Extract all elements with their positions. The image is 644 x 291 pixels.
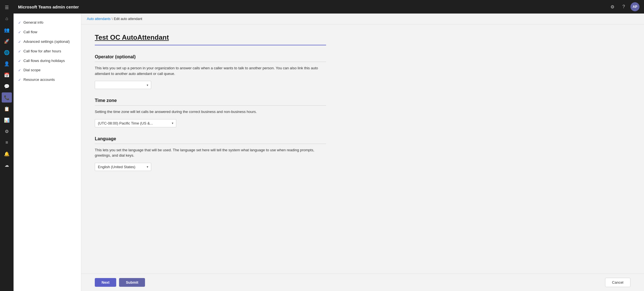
breadcrumb-separator: \ — [112, 17, 113, 21]
tasks-icon[interactable]: 📋 — [2, 104, 12, 114]
language-section: Language This lets you set the language … — [95, 136, 326, 171]
timezone-divider — [95, 105, 326, 106]
app-container: Microsoft Teams admin center ⚙ ? AP ✓ Ge… — [14, 0, 644, 291]
teams-icon[interactable]: 👥 — [2, 25, 12, 35]
header-icons: ⚙ ? AP — [608, 2, 639, 11]
timezone-section-desc: Setting the time zone will let calls be … — [95, 109, 326, 115]
dial-icon[interactable]: 📞 — [2, 92, 12, 103]
activity-icon[interactable]: 🚀 — [2, 36, 12, 46]
check-icon-dial-scope: ✓ — [18, 68, 21, 73]
sidebar-item-call-flow[interactable]: ✓ Call flow — [14, 28, 81, 37]
page-title-prefix: Test OC — [95, 34, 122, 41]
avatar[interactable]: AP — [630, 2, 639, 11]
sidebar-item-call-flows-holidays[interactable]: ✓ Call flows during holidays — [14, 56, 81, 66]
nav-steps: ✓ General info ✓ Call flow ✓ Advanced se… — [14, 14, 81, 89]
calendar-icon[interactable]: 📅 — [2, 70, 12, 80]
breadcrumb-current: Edit auto attendant — [114, 17, 142, 21]
settings-header-icon[interactable]: ⚙ — [608, 2, 617, 11]
check-icon-advanced-settings: ✓ — [18, 40, 21, 45]
right-side: Auto attendants \ Edit auto attendant Te… — [81, 14, 644, 291]
operator-divider — [95, 62, 326, 62]
step-label-advanced-settings: Advanced settings (optional) — [23, 39, 76, 44]
content-wrapper: ✓ General info ✓ Call flow ✓ Advanced se… — [14, 14, 644, 291]
breadcrumb: Auto attendants \ Edit auto attendant — [81, 14, 644, 25]
cloud-icon[interactable]: ☁ — [2, 160, 12, 170]
language-section-desc: This lets you set the language that will… — [95, 147, 326, 158]
timezone-dropdown-wrapper: (UTC-08:00) Pacific Time (US &... (UTC-0… — [95, 119, 176, 127]
icon-sidebar: ☰ ⌂ 👥 🚀 🌐 👤 📅 💬 📞 📋 📊 ⚙ ≡ 🔔 ☁ — [0, 0, 14, 291]
left-panel: ✓ General info ✓ Call flow ✓ Advanced se… — [14, 14, 81, 291]
check-icon-general-info: ✓ — [18, 21, 21, 25]
sidebar-item-dial-scope[interactable]: ✓ Dial scope — [14, 66, 81, 75]
check-icon-after-hours: ✓ — [18, 49, 21, 54]
bell-icon[interactable]: 🔔 — [2, 149, 12, 159]
timezone-section-title: Time zone — [95, 98, 326, 103]
operator-section: Operator (optional) This lets you set up… — [95, 54, 326, 89]
top-header: Microsoft Teams admin center ⚙ ? AP — [14, 0, 644, 14]
operator-dropdown[interactable] — [95, 81, 151, 89]
menu-icon[interactable]: ☰ — [2, 2, 12, 12]
app-title: Microsoft Teams admin center — [18, 5, 605, 9]
language-divider — [95, 144, 326, 144]
step-label-after-hours: Call flow for after hours — [23, 49, 76, 54]
footer-bar: Next Submit Cancel — [81, 274, 644, 291]
sidebar-item-resource-accounts[interactable]: ✓ Resource accounts — [14, 75, 81, 85]
timezone-dropdown[interactable]: (UTC-08:00) Pacific Time (US &... (UTC-0… — [95, 119, 176, 127]
timezone-section: Time zone Setting the time zone will let… — [95, 98, 326, 127]
breadcrumb-link[interactable]: Auto attendants — [87, 17, 111, 21]
page-title-main: AutoAttendant — [122, 34, 169, 41]
step-label-resource-accounts: Resource accounts — [23, 77, 76, 82]
language-dropdown-wrapper: English (United States) English (United … — [95, 163, 151, 171]
sidebar-item-general-info[interactable]: ✓ General info — [14, 18, 81, 28]
language-dropdown[interactable]: English (United States) English (United … — [95, 163, 151, 171]
page-title: Test OC AutoAttendant — [95, 34, 326, 45]
cancel-button[interactable]: Cancel — [605, 278, 630, 287]
people-icon[interactable]: 👤 — [2, 59, 12, 69]
step-label-holidays: Call flows during holidays — [23, 59, 76, 63]
step-label-call-flow: Call flow — [23, 30, 76, 35]
help-icon[interactable]: ? — [619, 2, 628, 11]
main-content: Test OC AutoAttendant Operator (optional… — [81, 25, 644, 274]
check-icon-resource-accounts: ✓ — [18, 78, 21, 83]
check-icon-holidays: ✓ — [18, 59, 21, 64]
check-icon-call-flow: ✓ — [18, 30, 21, 35]
globe-icon[interactable]: 🌐 — [2, 47, 12, 57]
step-label-dial-scope: Dial scope — [23, 68, 76, 73]
home-icon[interactable]: ⌂ — [2, 14, 12, 24]
list-icon[interactable]: ≡ — [2, 137, 12, 148]
chat-icon[interactable]: 💬 — [2, 81, 12, 91]
sidebar-item-call-flow-after-hours[interactable]: ✓ Call flow for after hours — [14, 47, 81, 56]
operator-dropdown-wrapper: ▾ — [95, 81, 151, 89]
settings-icon[interactable]: ⚙ — [2, 126, 12, 136]
step-label-general-info: General info — [23, 20, 76, 25]
operator-section-desc: This lets you set up a person in your or… — [95, 65, 326, 76]
analytics-icon[interactable]: 📊 — [2, 115, 12, 125]
submit-button[interactable]: Submit — [119, 278, 145, 287]
next-button[interactable]: Next — [95, 278, 116, 287]
sidebar-item-advanced-settings[interactable]: ✓ Advanced settings (optional) — [14, 37, 81, 47]
operator-section-title: Operator (optional) — [95, 54, 326, 59]
language-section-title: Language — [95, 136, 326, 141]
